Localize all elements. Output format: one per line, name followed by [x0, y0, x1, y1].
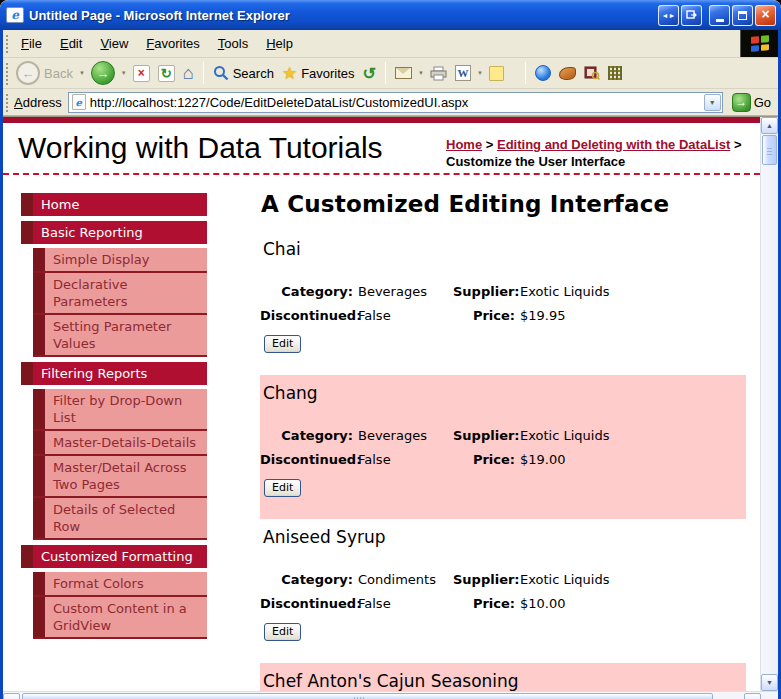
breadcrumb-link-section[interactable]: Editing and Deleting with the DataList [497, 137, 730, 152]
home-button[interactable]: ⌂ [179, 62, 198, 85]
product-item-chai: Chai Category: Beverages Supplier: Exoti… [260, 231, 746, 375]
address-dropdown-button[interactable]: ▼ [704, 94, 721, 111]
mail-button[interactable] [391, 66, 416, 80]
sidebar-item-simple-display[interactable]: Simple Display [33, 248, 207, 273]
stop-button[interactable]: × [129, 64, 154, 83]
note-icon [489, 66, 504, 81]
menu-tools[interactable]: Tools [209, 32, 257, 55]
close-button[interactable]: × [755, 5, 776, 26]
horizontal-scrollbar[interactable]: ◄ ► [3, 691, 778, 699]
messenger-button[interactable] [531, 64, 555, 82]
horizontal-scroll-track[interactable] [20, 692, 744, 699]
address-url[interactable]: http://localhost:1227/Code/EditDeleteDat… [90, 95, 704, 110]
snagit-icon [559, 67, 576, 80]
sidebar-item-basic-reporting[interactable]: Basic Reporting [21, 221, 207, 244]
product-item-chang: Chang Category: Beverages Supplier: Exot… [260, 375, 746, 519]
edit-button[interactable]: Edit [264, 335, 301, 353]
sidebar-tab [33, 389, 45, 429]
refresh-icon: ↻ [158, 65, 175, 82]
sidebar-item-details-of-selected-row[interactable]: Details of Selected Row [33, 498, 207, 540]
sidebar-tab [33, 315, 45, 355]
back-button[interactable]: ← Back [12, 60, 77, 86]
minimize-button[interactable] [709, 5, 730, 26]
vertical-scroll-track[interactable] [761, 166, 778, 674]
discuss-button[interactable] [485, 65, 508, 82]
toolbar-grip[interactable] [4, 33, 9, 54]
edit-button[interactable]: Edit [264, 479, 301, 497]
horizontal-scroll-thumb[interactable] [22, 693, 713, 699]
back-dropdown-icon[interactable]: ▼ [79, 70, 85, 76]
go-arrow-icon: → [732, 93, 751, 112]
snagit-button[interactable] [555, 66, 580, 81]
sidebar-tab [33, 597, 45, 637]
refresh-button[interactable]: ↻ [154, 64, 179, 83]
word-dropdown-icon[interactable]: ▼ [477, 70, 483, 76]
edit-with-word-button[interactable]: W [451, 64, 475, 82]
category-label: Category: [260, 284, 353, 299]
forward-button[interactable]: → [87, 60, 119, 86]
split-arrows-icon: ◄► [662, 12, 676, 19]
sidebar-item-filter-by-dropdown-list[interactable]: Filter by Drop-Down List [33, 389, 207, 431]
edit-button[interactable]: Edit [264, 623, 301, 641]
product-name: Chai [260, 239, 746, 279]
matrix-tool-button[interactable] [604, 65, 626, 81]
sidebar-item-declarative-parameters[interactable]: Declarative Parameters [33, 273, 207, 315]
matrix-icon [608, 66, 622, 80]
split-view-button[interactable]: ◄► [658, 5, 679, 26]
scrollbar-corner [761, 692, 778, 699]
history-button[interactable]: ↺ [359, 63, 380, 84]
research-button[interactable] [580, 65, 604, 81]
popout-button[interactable] [681, 5, 702, 26]
popout-icon [686, 10, 697, 21]
print-button[interactable] [426, 65, 451, 82]
toolbar-grip[interactable] [4, 92, 9, 112]
discontinued-label: Discontinued: [260, 452, 353, 467]
search-button[interactable]: Search [209, 64, 278, 82]
toolbar-grip[interactable] [4, 61, 9, 85]
favorites-button[interactable]: ★ Favorites [278, 62, 359, 85]
sidebar-nav: Home Basic Reporting Simple Display Decl… [21, 193, 207, 691]
supplier-label: Supplier: [453, 572, 515, 587]
mail-dropdown-icon[interactable]: ▼ [418, 70, 424, 76]
forward-dropdown-icon[interactable]: ▼ [121, 70, 127, 76]
sidebar-item-setting-parameter-values[interactable]: Setting Parameter Values [33, 315, 207, 357]
product-name: Aniseed Syrup [260, 527, 746, 567]
home-icon: ⌂ [183, 63, 194, 84]
go-label: Go [754, 95, 771, 110]
address-label: Address [14, 95, 62, 110]
menu-view[interactable]: View [91, 32, 137, 55]
scroll-left-button[interactable]: ◄ [3, 693, 20, 699]
menu-help[interactable]: Help [257, 32, 302, 55]
maximize-button[interactable] [732, 5, 753, 26]
title-bar[interactable]: e Untitled Page - Microsoft Internet Exp… [0, 0, 781, 30]
scroll-up-button[interactable]: ▲ [761, 117, 778, 134]
go-button[interactable]: → Go [729, 92, 774, 113]
sidebar-item-custom-content[interactable]: Custom Content in a GridView [33, 597, 207, 639]
address-bar: Address e http://localhost:1227/Code/Edi… [3, 89, 778, 116]
product-datalist: Chai Category: Beverages Supplier: Exoti… [260, 231, 746, 691]
scroll-down-button[interactable]: ▼ [761, 674, 778, 691]
vertical-scrollbar[interactable]: ▲ ▼ [760, 117, 778, 691]
sidebar-item-filtering-reports[interactable]: Filtering Reports [21, 362, 207, 385]
menu-favorites[interactable]: Favorites [137, 32, 208, 55]
vertical-scroll-thumb[interactable] [762, 135, 777, 165]
sidebar-tab [21, 193, 33, 216]
price-label: Price: [453, 596, 515, 611]
category-value: Condiments [353, 572, 453, 587]
supplier-label: Supplier: [453, 428, 515, 443]
breadcrumb-link-home[interactable]: Home [446, 137, 482, 152]
site-title: Working with Data Tutorials [3, 123, 446, 170]
category-value: Beverages [353, 428, 453, 443]
address-input[interactable]: e http://localhost:1227/Code/EditDeleteD… [68, 92, 723, 113]
menu-edit[interactable]: Edit [51, 32, 91, 55]
sidebar-tab [33, 248, 45, 271]
sidebar-item-master-details-details[interactable]: Master-Details-Details [33, 431, 207, 456]
sidebar-item-master-detail-across-two-pages[interactable]: Master/Detail Across Two Pages [33, 456, 207, 498]
menu-file[interactable]: File [12, 32, 51, 55]
scroll-right-button[interactable]: ► [744, 693, 761, 699]
sidebar-item-home[interactable]: Home [21, 193, 207, 216]
sidebar-item-customized-formatting[interactable]: Customized Formatting [21, 545, 207, 568]
toolbar-separator [203, 62, 204, 84]
windows-throbber [740, 30, 778, 57]
sidebar-item-format-colors[interactable]: Format Colors [33, 572, 207, 597]
